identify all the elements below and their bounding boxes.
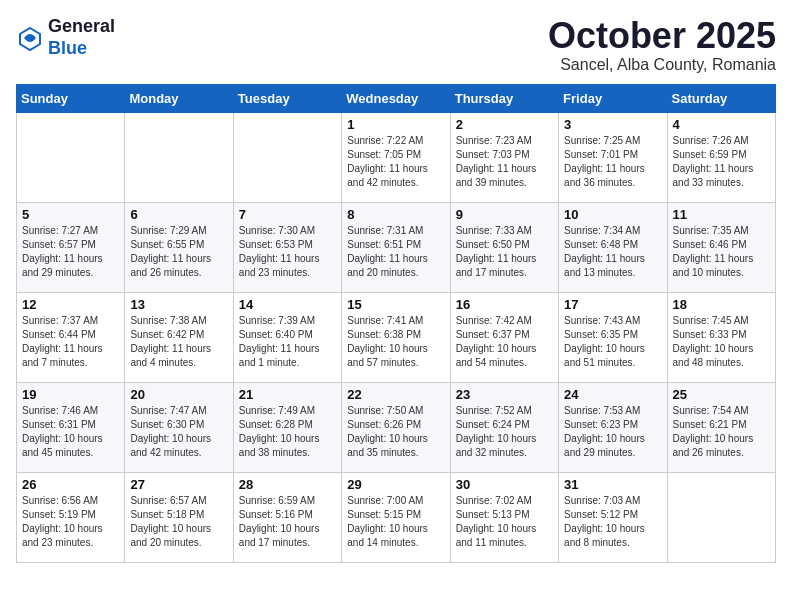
calendar-cell: 26Sunrise: 6:56 AM Sunset: 5:19 PM Dayli… <box>17 472 125 562</box>
day-info: Sunrise: 7:22 AM Sunset: 7:05 PM Dayligh… <box>347 134 444 190</box>
weekday-header: Tuesday <box>233 84 341 112</box>
calendar-cell: 6Sunrise: 7:29 AM Sunset: 6:55 PM Daylig… <box>125 202 233 292</box>
day-number: 27 <box>130 477 227 492</box>
weekday-header: Sunday <box>17 84 125 112</box>
calendar-week-row: 26Sunrise: 6:56 AM Sunset: 5:19 PM Dayli… <box>17 472 776 562</box>
day-info: Sunrise: 7:39 AM Sunset: 6:40 PM Dayligh… <box>239 314 336 370</box>
calendar-week-row: 1Sunrise: 7:22 AM Sunset: 7:05 PM Daylig… <box>17 112 776 202</box>
calendar-cell <box>125 112 233 202</box>
day-number: 4 <box>673 117 770 132</box>
calendar-cell: 4Sunrise: 7:26 AM Sunset: 6:59 PM Daylig… <box>667 112 775 202</box>
calendar-cell: 25Sunrise: 7:54 AM Sunset: 6:21 PM Dayli… <box>667 382 775 472</box>
weekday-header: Thursday <box>450 84 558 112</box>
weekday-header-row: SundayMondayTuesdayWednesdayThursdayFrid… <box>17 84 776 112</box>
day-number: 31 <box>564 477 661 492</box>
day-number: 18 <box>673 297 770 312</box>
day-number: 17 <box>564 297 661 312</box>
day-info: Sunrise: 7:54 AM Sunset: 6:21 PM Dayligh… <box>673 404 770 460</box>
day-info: Sunrise: 7:26 AM Sunset: 6:59 PM Dayligh… <box>673 134 770 190</box>
day-number: 22 <box>347 387 444 402</box>
day-info: Sunrise: 7:37 AM Sunset: 6:44 PM Dayligh… <box>22 314 119 370</box>
calendar-cell: 1Sunrise: 7:22 AM Sunset: 7:05 PM Daylig… <box>342 112 450 202</box>
day-info: Sunrise: 6:59 AM Sunset: 5:16 PM Dayligh… <box>239 494 336 550</box>
day-info: Sunrise: 7:50 AM Sunset: 6:26 PM Dayligh… <box>347 404 444 460</box>
day-number: 9 <box>456 207 553 222</box>
day-info: Sunrise: 7:31 AM Sunset: 6:51 PM Dayligh… <box>347 224 444 280</box>
day-number: 20 <box>130 387 227 402</box>
calendar-cell: 12Sunrise: 7:37 AM Sunset: 6:44 PM Dayli… <box>17 292 125 382</box>
day-info: Sunrise: 7:29 AM Sunset: 6:55 PM Dayligh… <box>130 224 227 280</box>
calendar-cell: 30Sunrise: 7:02 AM Sunset: 5:13 PM Dayli… <box>450 472 558 562</box>
month-title: October 2025 <box>548 16 776 56</box>
calendar-table: SundayMondayTuesdayWednesdayThursdayFrid… <box>16 84 776 563</box>
day-info: Sunrise: 7:47 AM Sunset: 6:30 PM Dayligh… <box>130 404 227 460</box>
day-number: 7 <box>239 207 336 222</box>
day-number: 5 <box>22 207 119 222</box>
day-number: 25 <box>673 387 770 402</box>
calendar-week-row: 12Sunrise: 7:37 AM Sunset: 6:44 PM Dayli… <box>17 292 776 382</box>
day-info: Sunrise: 7:46 AM Sunset: 6:31 PM Dayligh… <box>22 404 119 460</box>
weekday-header: Wednesday <box>342 84 450 112</box>
day-info: Sunrise: 7:35 AM Sunset: 6:46 PM Dayligh… <box>673 224 770 280</box>
day-number: 8 <box>347 207 444 222</box>
title-block: October 2025 Sancel, Alba County, Romani… <box>548 16 776 74</box>
calendar-cell: 20Sunrise: 7:47 AM Sunset: 6:30 PM Dayli… <box>125 382 233 472</box>
calendar-cell: 16Sunrise: 7:42 AM Sunset: 6:37 PM Dayli… <box>450 292 558 382</box>
day-info: Sunrise: 7:45 AM Sunset: 6:33 PM Dayligh… <box>673 314 770 370</box>
day-number: 3 <box>564 117 661 132</box>
logo-text: General Blue <box>48 16 115 59</box>
calendar-cell: 5Sunrise: 7:27 AM Sunset: 6:57 PM Daylig… <box>17 202 125 292</box>
calendar-cell: 8Sunrise: 7:31 AM Sunset: 6:51 PM Daylig… <box>342 202 450 292</box>
logo-icon <box>16 24 44 52</box>
calendar-cell: 15Sunrise: 7:41 AM Sunset: 6:38 PM Dayli… <box>342 292 450 382</box>
day-number: 24 <box>564 387 661 402</box>
day-info: Sunrise: 7:02 AM Sunset: 5:13 PM Dayligh… <box>456 494 553 550</box>
calendar-week-row: 5Sunrise: 7:27 AM Sunset: 6:57 PM Daylig… <box>17 202 776 292</box>
day-number: 29 <box>347 477 444 492</box>
day-info: Sunrise: 7:42 AM Sunset: 6:37 PM Dayligh… <box>456 314 553 370</box>
day-number: 28 <box>239 477 336 492</box>
day-number: 12 <box>22 297 119 312</box>
day-info: Sunrise: 6:57 AM Sunset: 5:18 PM Dayligh… <box>130 494 227 550</box>
calendar-cell: 11Sunrise: 7:35 AM Sunset: 6:46 PM Dayli… <box>667 202 775 292</box>
calendar-cell: 17Sunrise: 7:43 AM Sunset: 6:35 PM Dayli… <box>559 292 667 382</box>
day-number: 14 <box>239 297 336 312</box>
calendar-cell: 22Sunrise: 7:50 AM Sunset: 6:26 PM Dayli… <box>342 382 450 472</box>
weekday-header: Friday <box>559 84 667 112</box>
day-info: Sunrise: 6:56 AM Sunset: 5:19 PM Dayligh… <box>22 494 119 550</box>
day-info: Sunrise: 7:34 AM Sunset: 6:48 PM Dayligh… <box>564 224 661 280</box>
calendar-cell: 10Sunrise: 7:34 AM Sunset: 6:48 PM Dayli… <box>559 202 667 292</box>
day-number: 30 <box>456 477 553 492</box>
day-info: Sunrise: 7:03 AM Sunset: 5:12 PM Dayligh… <box>564 494 661 550</box>
day-info: Sunrise: 7:33 AM Sunset: 6:50 PM Dayligh… <box>456 224 553 280</box>
day-info: Sunrise: 7:41 AM Sunset: 6:38 PM Dayligh… <box>347 314 444 370</box>
calendar-cell <box>233 112 341 202</box>
day-info: Sunrise: 7:53 AM Sunset: 6:23 PM Dayligh… <box>564 404 661 460</box>
calendar-cell: 27Sunrise: 6:57 AM Sunset: 5:18 PM Dayli… <box>125 472 233 562</box>
day-info: Sunrise: 7:27 AM Sunset: 6:57 PM Dayligh… <box>22 224 119 280</box>
calendar-cell: 24Sunrise: 7:53 AM Sunset: 6:23 PM Dayli… <box>559 382 667 472</box>
calendar-cell: 18Sunrise: 7:45 AM Sunset: 6:33 PM Dayli… <box>667 292 775 382</box>
day-number: 2 <box>456 117 553 132</box>
calendar-cell: 23Sunrise: 7:52 AM Sunset: 6:24 PM Dayli… <box>450 382 558 472</box>
day-number: 13 <box>130 297 227 312</box>
day-info: Sunrise: 7:49 AM Sunset: 6:28 PM Dayligh… <box>239 404 336 460</box>
weekday-header: Monday <box>125 84 233 112</box>
logo: General Blue <box>16 16 115 59</box>
page-header: General Blue October 2025 Sancel, Alba C… <box>16 16 776 74</box>
day-info: Sunrise: 7:30 AM Sunset: 6:53 PM Dayligh… <box>239 224 336 280</box>
weekday-header: Saturday <box>667 84 775 112</box>
calendar-cell: 19Sunrise: 7:46 AM Sunset: 6:31 PM Dayli… <box>17 382 125 472</box>
day-number: 10 <box>564 207 661 222</box>
day-number: 23 <box>456 387 553 402</box>
day-info: Sunrise: 7:23 AM Sunset: 7:03 PM Dayligh… <box>456 134 553 190</box>
day-number: 6 <box>130 207 227 222</box>
day-info: Sunrise: 7:38 AM Sunset: 6:42 PM Dayligh… <box>130 314 227 370</box>
calendar-week-row: 19Sunrise: 7:46 AM Sunset: 6:31 PM Dayli… <box>17 382 776 472</box>
calendar-cell: 21Sunrise: 7:49 AM Sunset: 6:28 PM Dayli… <box>233 382 341 472</box>
calendar-cell: 7Sunrise: 7:30 AM Sunset: 6:53 PM Daylig… <box>233 202 341 292</box>
calendar-cell: 2Sunrise: 7:23 AM Sunset: 7:03 PM Daylig… <box>450 112 558 202</box>
day-number: 26 <box>22 477 119 492</box>
day-info: Sunrise: 7:25 AM Sunset: 7:01 PM Dayligh… <box>564 134 661 190</box>
day-info: Sunrise: 7:43 AM Sunset: 6:35 PM Dayligh… <box>564 314 661 370</box>
